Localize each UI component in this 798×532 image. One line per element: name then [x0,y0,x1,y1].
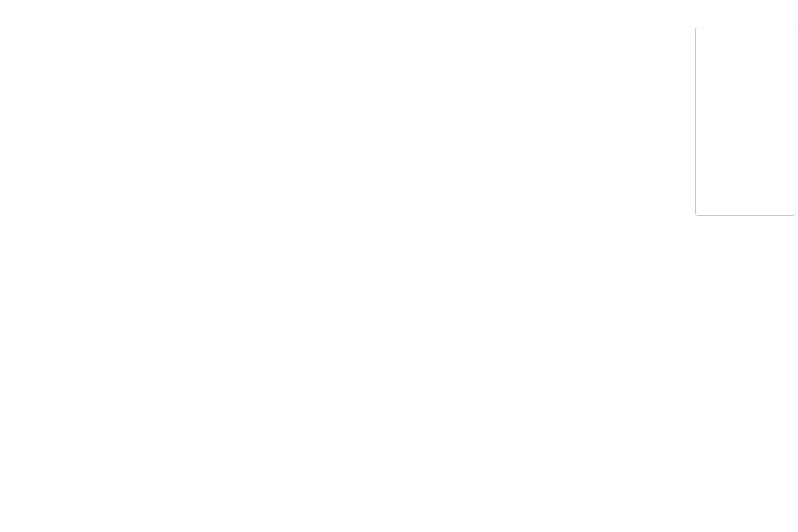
legend-box [695,26,795,216]
figure [0,0,798,532]
plots-canvas [0,0,798,532]
